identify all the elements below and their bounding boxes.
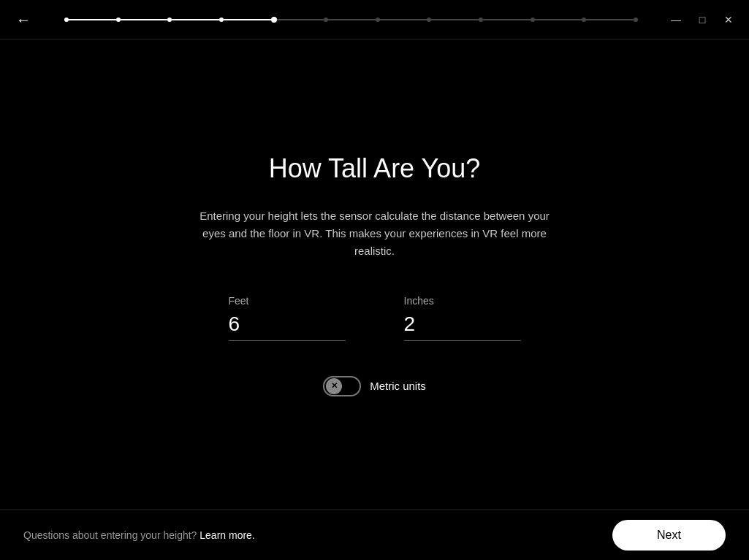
- next-button[interactable]: Next: [612, 520, 726, 551]
- progress-dot-1: [116, 18, 121, 22]
- progress-dot-2: [167, 18, 172, 22]
- toggle-x-icon: ✕: [331, 381, 338, 391]
- inches-underline: [404, 340, 521, 341]
- metric-toggle[interactable]: ✕: [323, 376, 361, 396]
- minimize-icon: —: [671, 14, 681, 26]
- feet-underline: [229, 340, 346, 341]
- feet-value[interactable]: 6: [229, 312, 316, 336]
- progress-dot-11: [634, 18, 638, 22]
- feet-label: Feet: [229, 295, 249, 307]
- progress-dot-4: [271, 17, 277, 23]
- progress-dot-8: [479, 18, 483, 22]
- progress-dot-0: [64, 18, 69, 22]
- help-text: Questions about entering your height? Le…: [23, 529, 255, 541]
- progress-dot-9: [531, 18, 535, 22]
- progress-dot-3: [219, 18, 224, 22]
- back-icon: ←: [16, 12, 31, 28]
- back-button[interactable]: ←: [12, 8, 35, 31]
- progress-dot-6: [376, 18, 380, 22]
- progress-dot-10: [582, 18, 586, 22]
- inches-label: Inches: [404, 295, 434, 307]
- help-question: Questions about entering your height?: [23, 529, 197, 541]
- metric-toggle-label: Metric units: [370, 380, 426, 392]
- main-content: How Tall Are You? Entering your height l…: [0, 40, 749, 509]
- progress-dots: [64, 17, 638, 23]
- inches-field: Inches 2: [404, 295, 521, 341]
- window-controls: — □ ✕: [667, 11, 737, 28]
- page-title: How Tall Are You?: [269, 153, 481, 184]
- progress-dot-5: [324, 18, 328, 22]
- page-description: Entering your height lets the sensor cal…: [192, 207, 558, 260]
- bottom-bar: Questions about entering your height? Le…: [0, 509, 749, 560]
- restore-icon: □: [699, 14, 705, 26]
- learn-more-link[interactable]: Learn more.: [199, 529, 254, 541]
- inches-value[interactable]: 2: [404, 312, 492, 336]
- metric-toggle-row: ✕ Metric units: [323, 376, 426, 396]
- progress-dot-7: [427, 18, 431, 22]
- restore-button[interactable]: □: [693, 11, 711, 28]
- close-button[interactable]: ✕: [720, 11, 737, 28]
- height-inputs: Feet 6 Inches 2: [229, 295, 521, 341]
- minimize-button[interactable]: —: [667, 11, 685, 28]
- progress-bar: [35, 17, 667, 23]
- close-icon: ✕: [724, 14, 733, 26]
- toggle-knob: ✕: [326, 378, 342, 394]
- title-bar: ← — □ ✕: [0, 0, 749, 40]
- feet-field: Feet 6: [229, 295, 346, 341]
